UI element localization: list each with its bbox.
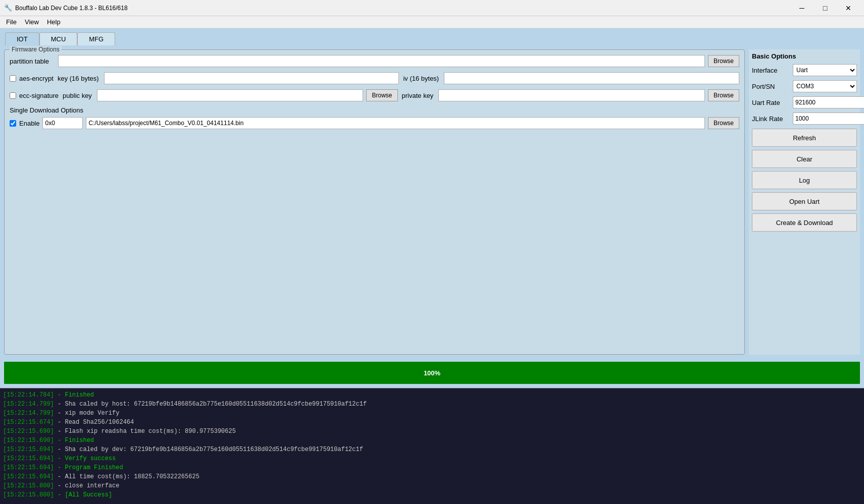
maximize-button[interactable]: □: [814, 0, 837, 16]
clear-button[interactable]: Clear: [752, 150, 857, 168]
log-line: [15:22:14.799] - Sha caled by host: 6721…: [3, 400, 861, 409]
title-bar-controls: ─ □ ✕: [790, 0, 860, 16]
title-bar-text: Bouffalo Lab Dev Cube 1.8.3 - BL616/618: [15, 5, 790, 12]
interface-row: Interface Uart: [752, 64, 857, 76]
private-key-input[interactable]: [438, 89, 705, 101]
log-line: [15:22:15.800] - [All Success]: [3, 490, 861, 499]
private-key-browse-button[interactable]: Browse: [708, 89, 739, 101]
progress-text: 100%: [424, 369, 440, 377]
partition-table-label: partition table: [10, 58, 55, 65]
port-row: Port/SN COM3: [752, 80, 857, 92]
log-area[interactable]: [15:22:14.784] - Finished[15:22:14.799] …: [0, 388, 864, 504]
single-download-section: Single Download Options Enable Browse: [10, 106, 739, 129]
log-line: [15:22:14.784] - Finished: [3, 390, 861, 400]
file-path-input[interactable]: [86, 117, 705, 129]
partition-browse-button[interactable]: Browse: [708, 55, 739, 67]
uart-rate-row: Uart Rate: [752, 96, 857, 108]
create-download-button[interactable]: Create & Download: [752, 213, 857, 232]
interface-label: Interface: [752, 67, 790, 74]
file-browse-button[interactable]: Browse: [708, 117, 739, 129]
refresh-button[interactable]: Refresh: [752, 129, 857, 147]
ecc-signature-checkbox[interactable]: [10, 92, 16, 99]
uart-rate-input[interactable]: [793, 96, 864, 108]
firmware-panel: Firmware Options partition table Browse …: [4, 49, 745, 355]
log-line: [15:22:15.800] - close interface: [3, 481, 861, 490]
jlink-rate-row: JLink Rate: [752, 113, 857, 125]
right-panel: Basic Options Interface Uart Port/SN COM…: [749, 49, 860, 355]
uart-rate-label: Uart Rate: [752, 99, 790, 106]
download-row: Enable Browse: [10, 117, 739, 129]
log-line: [15:22:14.799] - xip mode Verify: [3, 409, 861, 418]
title-bar: 🔧 Bouffalo Lab Dev Cube 1.8.3 - BL616/61…: [0, 0, 864, 16]
top-panel: Firmware Options partition table Browse …: [0, 45, 864, 359]
jlink-rate-label: JLink Rate: [752, 115, 790, 123]
menu-view[interactable]: View: [21, 17, 43, 27]
progress-bar-container: 100%: [4, 362, 860, 384]
minimize-button[interactable]: ─: [790, 0, 814, 16]
log-line: [15:22:15.694] - Verify success: [3, 454, 861, 463]
jlink-rate-input[interactable]: [793, 113, 864, 125]
interface-select[interactable]: Uart: [793, 64, 857, 76]
aes-key-input[interactable]: [104, 72, 399, 84]
enable-checkbox[interactable]: [10, 120, 16, 127]
tab-bar: IOT MCU MFG: [0, 28, 864, 45]
aes-encrypt-checkbox[interactable]: [10, 75, 16, 82]
firmware-panel-title: Firmware Options: [10, 46, 62, 53]
log-line: [15:22:15.694] - Program Finished: [3, 463, 861, 472]
log-line: [15:22:15.674] - Read Sha256/1062464: [3, 418, 861, 427]
open-uart-button[interactable]: Open Uart: [752, 192, 857, 210]
enable-label: Enable: [19, 120, 39, 127]
tab-iot[interactable]: IOT: [5, 32, 39, 45]
log-line: [15:22:15.694] - All time cost(ms): 1882…: [3, 472, 861, 481]
log-line: [15:22:15.690] - Flash xip readsha time …: [3, 427, 861, 436]
port-label: Port/SN: [752, 83, 790, 90]
basic-options-title: Basic Options: [752, 52, 857, 60]
log-line: [15:22:15.690] - Finished: [3, 436, 861, 445]
menu-file[interactable]: File: [2, 17, 21, 27]
menu-bar: File View Help: [0, 16, 864, 28]
private-key-label: private key: [402, 92, 434, 99]
menu-help[interactable]: Help: [43, 17, 65, 27]
tab-mfg[interactable]: MFG: [77, 32, 115, 45]
addr-input[interactable]: [42, 117, 83, 129]
public-key-input[interactable]: [97, 89, 364, 101]
ecc-signature-label: ecc-signature: [19, 92, 59, 99]
progress-section: 100%: [0, 359, 864, 388]
iv-label: iv (16 bytes): [403, 75, 439, 82]
aes-iv-input[interactable]: [444, 72, 739, 84]
key-label: key (16 bytes): [58, 75, 99, 82]
log-button[interactable]: Log: [752, 171, 857, 189]
main-content: IOT MCU MFG Firmware Options partition t…: [0, 28, 864, 504]
ecc-signature-row: ecc-signature public key Browse private …: [10, 89, 739, 101]
log-line: [15:22:15.694] - Sha caled by dev: 67219…: [3, 445, 861, 454]
tab-mcu[interactable]: MCU: [39, 32, 78, 45]
single-download-title: Single Download Options: [10, 106, 739, 114]
port-select[interactable]: COM3: [793, 80, 857, 92]
close-button[interactable]: ✕: [837, 0, 860, 16]
public-key-label: public key: [63, 92, 92, 99]
app-icon: 🔧: [4, 4, 12, 12]
partition-table-row: partition table Browse: [10, 55, 739, 67]
aes-encrypt-label: aes-encrypt: [19, 75, 54, 82]
partition-table-input[interactable]: [58, 55, 705, 67]
aes-encrypt-row: aes-encrypt key (16 bytes) iv (16 bytes): [10, 72, 739, 84]
public-key-browse-button[interactable]: Browse: [366, 89, 397, 101]
content-area: Firmware Options partition table Browse …: [0, 45, 864, 504]
